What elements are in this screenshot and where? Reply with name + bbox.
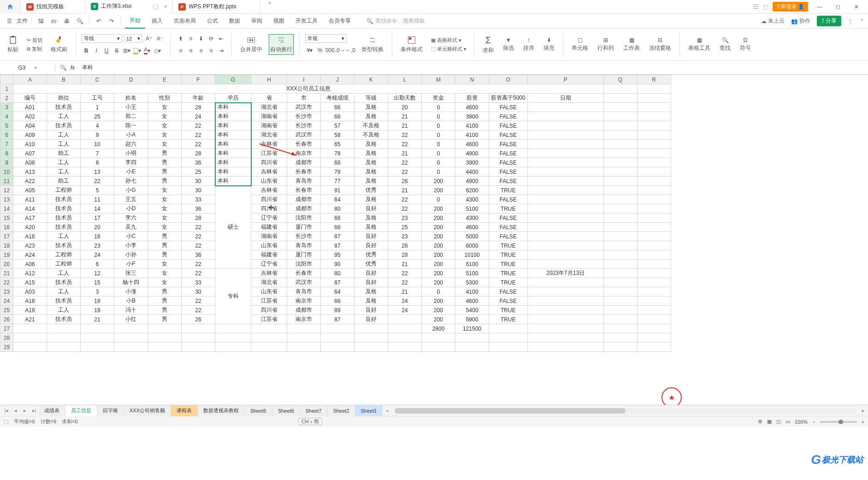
collab-button[interactable]: 👥协作 bbox=[791, 17, 810, 25]
row-header[interactable]: 1 bbox=[0, 84, 13, 94]
cell[interactable] bbox=[637, 121, 671, 130]
cell-style-button[interactable]: ⬚单元格样式▾ bbox=[429, 45, 468, 53]
row-header[interactable]: 8 bbox=[0, 149, 13, 158]
cell[interactable]: 57 bbox=[321, 121, 354, 130]
cell[interactable]: 女 bbox=[148, 112, 182, 121]
cell[interactable]: 19 bbox=[81, 306, 114, 315]
cell[interactable]: 专科 bbox=[215, 269, 251, 324]
cell[interactable] bbox=[637, 269, 671, 278]
cell[interactable] bbox=[47, 333, 81, 343]
cell[interactable]: 4900 bbox=[455, 177, 489, 186]
apps-icon[interactable]: ⬚ bbox=[763, 4, 768, 10]
cell[interactable]: 湖南省 bbox=[251, 121, 287, 130]
cell[interactable]: 吉林省 bbox=[251, 186, 287, 195]
cell[interactable] bbox=[637, 186, 671, 195]
cell[interactable]: TRUE bbox=[489, 250, 528, 260]
cell[interactable]: 工人 bbox=[47, 269, 81, 278]
cell[interactable]: TRUE bbox=[489, 315, 528, 324]
cell[interactable]: FALSE bbox=[489, 140, 528, 149]
cell[interactable] bbox=[603, 278, 637, 287]
cell[interactable]: 技术员 bbox=[47, 213, 81, 223]
cell[interactable] bbox=[81, 343, 114, 352]
cell[interactable]: A18 bbox=[13, 296, 47, 306]
number-format-combo[interactable]: 常规▾ bbox=[305, 34, 347, 43]
cell[interactable]: 本科 bbox=[215, 158, 251, 167]
column-header[interactable]: Q bbox=[603, 75, 637, 84]
cell[interactable]: 男 bbox=[148, 306, 182, 315]
cell[interactable]: 26 bbox=[388, 177, 422, 186]
print-icon[interactable]: 🖶 bbox=[61, 16, 72, 27]
cell[interactable] bbox=[148, 343, 182, 352]
cell[interactable]: 6 bbox=[81, 260, 114, 269]
sheet-nav-prev[interactable]: ◂ bbox=[11, 408, 20, 414]
cell[interactable] bbox=[527, 140, 603, 149]
cell[interactable]: 22 bbox=[182, 232, 215, 241]
cell[interactable]: 湖南省 bbox=[251, 112, 287, 121]
cell[interactable]: FALSE bbox=[489, 103, 528, 112]
justify-button[interactable]: ≡ bbox=[207, 46, 216, 55]
cell[interactable] bbox=[603, 158, 637, 167]
cell[interactable]: 3 bbox=[81, 287, 114, 296]
cell[interactable]: 辽宁省 bbox=[251, 260, 287, 269]
cell[interactable]: 小李 bbox=[114, 241, 148, 250]
cell[interactable]: 良好 bbox=[354, 278, 388, 287]
indent-decrease-button[interactable]: ⇤ bbox=[217, 34, 226, 43]
cell[interactable]: 0 bbox=[422, 158, 455, 167]
row-header[interactable]: 27 bbox=[0, 324, 13, 333]
cell[interactable] bbox=[527, 250, 603, 260]
cell[interactable]: 长春市 bbox=[287, 269, 321, 278]
cell[interactable]: 男 bbox=[148, 232, 182, 241]
cell[interactable]: 杨十四 bbox=[114, 278, 148, 287]
cell[interactable] bbox=[182, 343, 215, 352]
cell[interactable]: 30 bbox=[182, 186, 215, 195]
cell[interactable]: 工程师 bbox=[47, 250, 81, 260]
cell[interactable]: 良好 bbox=[354, 315, 388, 324]
cell[interactable]: 女 bbox=[148, 223, 182, 232]
cell[interactable]: 日期 bbox=[527, 94, 603, 103]
cell[interactable] bbox=[603, 343, 637, 352]
fill-color-button[interactable]: ⬚▾ bbox=[132, 46, 142, 55]
cell[interactable] bbox=[603, 130, 637, 140]
view-reader-icon[interactable]: ▭ bbox=[785, 419, 790, 425]
cell[interactable] bbox=[47, 343, 81, 352]
cell[interactable]: FALSE bbox=[489, 112, 528, 121]
cell[interactable]: TRUE bbox=[489, 204, 528, 213]
cell[interactable] bbox=[637, 140, 671, 149]
add-tab-button[interactable]: + bbox=[260, 0, 279, 14]
cell[interactable]: 21 bbox=[388, 287, 422, 296]
cell[interactable]: 64 bbox=[321, 195, 354, 204]
cell[interactable]: 本科 bbox=[215, 121, 251, 130]
fx-icon[interactable]: fx bbox=[71, 65, 75, 71]
cell[interactable] bbox=[527, 130, 603, 140]
cell[interactable]: 女 bbox=[148, 213, 182, 223]
row-header[interactable]: 12 bbox=[0, 186, 13, 195]
cell[interactable]: 岗位 bbox=[47, 94, 81, 103]
cell[interactable]: 良好 bbox=[354, 306, 388, 315]
cell[interactable]: 21 bbox=[81, 315, 114, 324]
row-header[interactable]: 3 bbox=[0, 103, 13, 112]
sheet-tab[interactable]: 数据透视表教程 bbox=[198, 405, 245, 416]
font-combo[interactable]: 等线▾ bbox=[82, 34, 122, 43]
cell[interactable]: 0 bbox=[422, 121, 455, 130]
ime-indicator[interactable]: CH ♪ 简 bbox=[298, 418, 323, 425]
cell[interactable] bbox=[603, 204, 637, 213]
cell[interactable]: 工人 bbox=[47, 112, 81, 121]
cell[interactable] bbox=[603, 177, 637, 186]
cell[interactable]: 男 bbox=[148, 149, 182, 158]
cell[interactable]: 22 bbox=[388, 140, 422, 149]
cell[interactable] bbox=[603, 121, 637, 130]
cell[interactable]: 不及格 bbox=[354, 130, 388, 140]
cell[interactable]: TRUE bbox=[489, 260, 528, 269]
cell[interactable] bbox=[603, 167, 637, 177]
align-left-button[interactable]: ≡ bbox=[176, 46, 185, 55]
sheet-tab[interactable]: 成绩表 bbox=[39, 405, 65, 416]
cell[interactable]: A07 bbox=[13, 149, 47, 158]
cell[interactable]: 22 bbox=[182, 260, 215, 269]
doc-tab-ppt[interactable]: P WPS PPT教程.pptx bbox=[173, 0, 260, 14]
cell[interactable]: 200 bbox=[422, 296, 455, 306]
cell[interactable]: 长春市 bbox=[287, 167, 321, 177]
cell[interactable]: 4400 bbox=[455, 167, 489, 177]
cell[interactable]: 女 bbox=[148, 278, 182, 287]
cell[interactable]: 青岛市 bbox=[287, 177, 321, 186]
cell[interactable]: 25 bbox=[182, 167, 215, 177]
